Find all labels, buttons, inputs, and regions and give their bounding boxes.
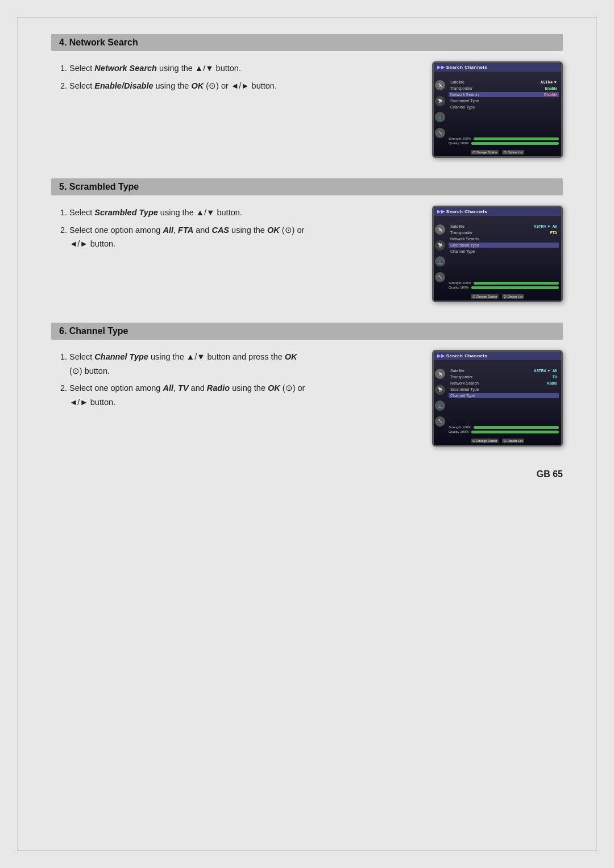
signal-strength-3: Strength 100% <box>449 425 559 429</box>
page-number: GB 65 <box>51 469 563 479</box>
border-left <box>17 17 18 851</box>
signal-quality-2: Quality 100% <box>449 286 559 289</box>
section-scrambled-type: 5. Scrambled Type Select Scrambled Type … <box>51 178 563 302</box>
tv-icon-sat2-2: 🔧 <box>435 272 445 282</box>
tv-row-scrambled-2: Scrambled Type <box>449 243 559 248</box>
tv-row-transponder-2: Transponder FTA <box>449 230 559 235</box>
section-6-header: 6. Channel Type <box>51 323 563 340</box>
section-4-step-2: Select Enable/Disable using the OK (⊙) o… <box>69 79 409 93</box>
tv-left-icons-1: 🛰 📡 📺 🔧 <box>435 80 445 138</box>
tv-row-network-2: Network Search <box>449 236 559 241</box>
tv-icon-dish-3: 🛰 <box>435 369 445 379</box>
section-6-step-2: Select one option among All, TV and Radi… <box>69 381 409 409</box>
tv-icon-remote-1: 📺 <box>435 112 445 122</box>
tv-row-scrambled-3: Scrambled Type <box>449 387 559 392</box>
tv-row-satellite-2: Satellite ASTR4 ▼ All <box>449 224 559 229</box>
signal-quality-1: Quality 100% <box>449 141 559 145</box>
section-5-content: Select Scrambled Type using the ▲/▼ butt… <box>51 206 563 302</box>
tv-row-scrambled-1: Scrambled Type <box>449 98 559 103</box>
tv-menu-title-1: Search Channels <box>434 63 561 72</box>
section-4-header: 4. Network Search <box>51 34 563 51</box>
signal-quality-3: Quality 100% <box>449 430 559 433</box>
tv-icon-sat2-1: 🔧 <box>435 128 445 138</box>
tv-footer-3: ⊙ Change Option ⊙ Option List <box>434 439 561 443</box>
section-5-instructions: Select Scrambled Type using the ▲/▼ butt… <box>51 206 415 254</box>
section-6-title: 6. Channel Type <box>59 326 128 336</box>
tv-icon-dish-2: 🛰 <box>435 224 445 235</box>
border-right <box>596 17 597 851</box>
section-5-list: Select Scrambled Type using the ▲/▼ butt… <box>69 206 409 251</box>
section-4-tv-screen: Search Channels 🛰 📡 📺 🔧 Satellite <box>432 61 563 158</box>
tv-row-channel-2: Channel Type <box>449 249 559 254</box>
section-5-tv-inner: Search Channels 🛰 📡 📺 🔧 Satellite <box>434 207 561 301</box>
section-4-step-1: Select Network Search using the ▲/▼ butt… <box>69 61 409 76</box>
section-6-content: Select Channel Type using the ▲/▼ button… <box>51 350 563 446</box>
tv-menu-title-2: Search Channels <box>434 207 561 216</box>
section-6-instructions: Select Channel Type using the ▲/▼ button… <box>51 350 415 413</box>
section-4-tv-inner: Search Channels 🛰 📡 📺 🔧 Satellite <box>434 63 561 156</box>
tv-row-satellite-1: Satellite ASTR4 ▼ <box>449 80 559 85</box>
tv-footer-2: ⊙ Change Option ⊙ Option List <box>434 294 561 299</box>
section-6-tv-inner: Search Channels 🛰 📡 📺 🔧 Satellite <box>434 352 561 445</box>
tv-menu-3: Search Channels 🛰 📡 📺 🔧 Satellite <box>434 352 561 445</box>
tv-row-channel-1: Channel Type <box>449 105 559 110</box>
border-top <box>17 17 597 18</box>
tv-menu-rows-3: Satellite ASTR4 ▼ All Transponder TV Net… <box>449 368 559 398</box>
tv-menu-title-3: Search Channels <box>434 352 561 360</box>
section-6-list: Select Channel Type using the ▲/▼ button… <box>69 350 409 410</box>
section-4-list: Select Network Search using the ▲/▼ butt… <box>69 61 409 93</box>
tv-left-icons-2: 🛰 📡 📺 🔧 <box>435 224 445 282</box>
section-5-step-2: Select one option among All, FTA and CAS… <box>69 223 409 251</box>
tv-menu-1: Search Channels 🛰 📡 📺 🔧 Satellite <box>434 63 561 156</box>
section-4-instructions: Select Network Search using the ▲/▼ butt… <box>51 61 415 96</box>
section-4-content: Select Network Search using the ▲/▼ butt… <box>51 61 563 158</box>
border-bottom <box>17 850 597 851</box>
tv-menu-rows-1: Satellite ASTR4 ▼ Transponder Enable Net… <box>449 80 559 110</box>
signal-strength-2: Strength 100% <box>449 281 559 285</box>
tv-signal-1: Strength 100% Quality 100% <box>449 137 559 145</box>
tv-left-icons-3: 🛰 📡 📺 🔧 <box>435 369 445 427</box>
section-4-title: 4. Network Search <box>59 37 138 47</box>
tv-row-transponder-3: Transponder TV <box>449 374 559 379</box>
tv-row-transponder-1: Transponder Enable <box>449 86 559 91</box>
signal-strength-1: Strength 100% <box>449 137 559 140</box>
section-5-step-1: Select Scrambled Type using the ▲/▼ butt… <box>69 206 409 220</box>
section-network-search: 4. Network Search Select Network Search … <box>51 34 563 158</box>
tv-signal-3: Strength 100% Quality 100% <box>449 425 559 433</box>
tv-icon-antenna-1: 📡 <box>435 96 445 106</box>
section-5-header: 5. Scrambled Type <box>51 178 563 195</box>
section-6-tv-screen: Search Channels 🛰 📡 📺 🔧 Satellite <box>432 350 563 446</box>
section-6-step-1: Select Channel Type using the ▲/▼ button… <box>69 350 409 378</box>
section-5-title: 5. Scrambled Type <box>59 182 139 191</box>
tv-menu-rows-2: Satellite ASTR4 ▼ All Transponder FTA Ne… <box>449 224 559 254</box>
section-channel-type: 6. Channel Type Select Channel Type usin… <box>51 323 563 446</box>
tv-row-network-1: Network Search Disable <box>449 92 559 97</box>
tv-row-network-3: Network Search Radio <box>449 381 559 386</box>
tv-icon-remote-3: 📺 <box>435 400 445 411</box>
tv-icon-antenna-2: 📡 <box>435 240 445 251</box>
tv-icon-remote-2: 📺 <box>435 256 445 266</box>
tv-icon-sat2-3: 🔧 <box>435 416 445 427</box>
tv-icon-antenna-3: 📡 <box>435 385 445 395</box>
tv-footer-1: ⊙ Change Option ⊙ Option List <box>434 150 561 155</box>
page-content: 4. Network Search Select Network Search … <box>51 0 563 525</box>
tv-row-channel-3: Channel Type <box>449 393 559 398</box>
tv-icon-dish-1: 🛰 <box>435 80 445 90</box>
section-5-tv-screen: Search Channels 🛰 📡 📺 🔧 Satellite <box>432 206 563 302</box>
tv-signal-2: Strength 100% Quality 100% <box>449 281 559 289</box>
tv-menu-2: Search Channels 🛰 📡 📺 🔧 Satellite <box>434 207 561 301</box>
tv-row-satellite-3: Satellite ASTR4 ▼ All <box>449 368 559 373</box>
